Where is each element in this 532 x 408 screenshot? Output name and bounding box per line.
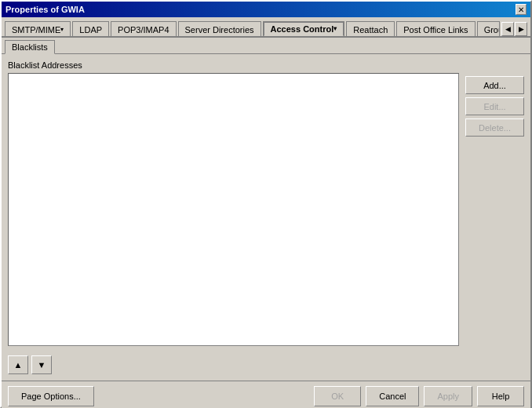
footer-right-buttons: OK Cancel Apply Help (314, 386, 524, 406)
window-title: Properties of GWIA (5, 5, 85, 14)
tab-pop3-imap4[interactable]: POP3/IMAP4 (111, 21, 176, 37)
bottom-arrows: ▲ ▼ (2, 352, 530, 381)
tab-nav-arrows: ◀ ▶ (501, 22, 527, 36)
help-button[interactable]: Help (477, 386, 524, 406)
tab-post-office-links[interactable]: Post Office Links (396, 21, 475, 37)
delete-button[interactable]: Delete... (465, 118, 524, 137)
title-bar: Properties of GWIA ✕ (2, 2, 530, 17)
tabs-container: SMTP/MIME ▾ LDAP POP3/IMAP4 Server Direc… (2, 17, 530, 38)
move-up-button[interactable]: ▲ (8, 355, 28, 374)
subtab-blacklists[interactable]: Blacklists (5, 40, 55, 54)
tab-reattach[interactable]: Reattach (346, 21, 395, 37)
tab-server-directories[interactable]: Server Directories (178, 21, 261, 37)
smtp-dropdown-arrow-icon: ▾ (60, 26, 64, 33)
edit-button[interactable]: Edit... (465, 97, 524, 115)
up-arrow-icon: ▲ (14, 360, 23, 370)
access-dropdown-arrow-icon: ▾ (333, 25, 337, 32)
down-arrow-icon: ▼ (38, 360, 46, 370)
blacklist-addresses-listbox[interactable] (8, 73, 459, 346)
main-content-area: Blacklist Addresses Add... Edit... Delet… (2, 54, 530, 352)
move-down-button[interactable]: ▼ (31, 355, 52, 374)
subtab-bar: Blacklists (2, 38, 530, 54)
ok-button[interactable]: OK (314, 386, 361, 406)
button-section: Add... Edit... Delete... (465, 60, 524, 346)
close-button[interactable]: ✕ (516, 4, 527, 15)
tab-ldap[interactable]: LDAP (72, 21, 109, 37)
tab-smtp-mime[interactable]: SMTP/MIME ▾ (5, 21, 71, 37)
cancel-button[interactable]: Cancel (366, 386, 419, 406)
tab-groupw[interactable]: GroupW (477, 21, 500, 37)
main-window: Properties of GWIA ✕ SMTP/MIME ▾ LDAP PO… (0, 0, 532, 408)
add-button[interactable]: Add... (465, 76, 524, 94)
inner-content: Blacklist Addresses Add... Edit... Delet… (2, 54, 530, 381)
footer: Page Options... OK Cancel Apply Help (2, 381, 530, 408)
page-options-button[interactable]: Page Options... (8, 386, 94, 406)
apply-button[interactable]: Apply (424, 386, 472, 406)
list-label: Blacklist Addresses (8, 60, 459, 70)
tab-access-control[interactable]: Access Control ▾ (263, 21, 345, 37)
list-section: Blacklist Addresses (8, 60, 459, 346)
tab-nav-right-button[interactable]: ▶ (515, 22, 527, 36)
tab-nav-left-button[interactable]: ◀ (501, 22, 514, 36)
